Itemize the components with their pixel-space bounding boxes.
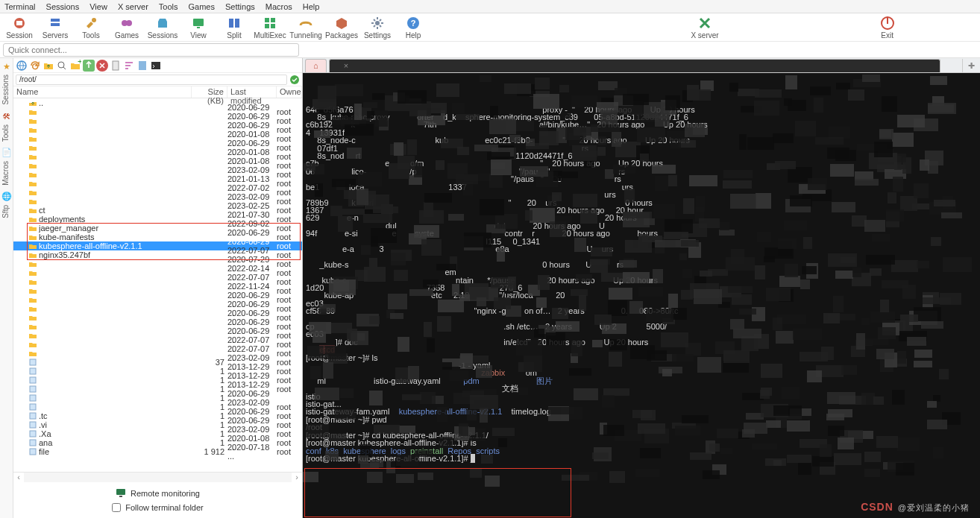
tool-split[interactable]: Split bbox=[218, 16, 251, 40]
file-size: 1 bbox=[192, 376, 227, 385]
file-list[interactable]: ..2020-06-29 ...root2020-06-29 ...root20… bbox=[13, 98, 302, 472]
tool-help[interactable]: ?Help bbox=[397, 16, 430, 40]
tool-tools[interactable]: Tools bbox=[75, 16, 107, 40]
file-row[interactable]: file1 9122020-07-18 ...root bbox=[13, 447, 302, 456]
tool-session[interactable]: Session bbox=[3, 16, 36, 40]
tool-label: Sessions bbox=[148, 31, 178, 40]
new-tab-button[interactable]: ✚ bbox=[962, 59, 980, 72]
col-name[interactable]: Name bbox=[13, 86, 192, 98]
menu-xserver[interactable]: X server bbox=[118, 2, 148, 11]
new-file-icon[interactable] bbox=[110, 60, 122, 72]
terminal-icon[interactable] bbox=[150, 60, 162, 72]
file-owner: root bbox=[277, 268, 302, 277]
tool-view[interactable]: View bbox=[182, 16, 215, 40]
menu-tools[interactable]: Tools bbox=[159, 2, 178, 11]
refresh-icon[interactable] bbox=[29, 60, 41, 72]
file-size: 1 bbox=[192, 367, 227, 376]
folder-icon bbox=[28, 260, 37, 268]
delete-icon[interactable] bbox=[96, 60, 108, 72]
file-owner: root bbox=[277, 313, 302, 322]
follow-terminal-checkbox[interactable] bbox=[112, 503, 121, 512]
file-owner: root bbox=[277, 107, 302, 116]
menu-sessions[interactable]: Sessions bbox=[46, 2, 80, 11]
terminal[interactable]: 64c d5f6a76 proxy -_" 20 hours ago Up 20… bbox=[303, 73, 980, 518]
macros-tab[interactable]: 📄Macros bbox=[1, 148, 12, 186]
file-name: nginx35.247bf bbox=[39, 250, 192, 259]
file-owner: root bbox=[277, 134, 302, 143]
svg-rect-19 bbox=[887, 18, 888, 24]
file-owner: root bbox=[277, 215, 302, 224]
folder-icon bbox=[28, 350, 37, 357]
tool-packages[interactable]: Packages bbox=[325, 16, 358, 40]
tool-tunneling[interactable]: Tunneling bbox=[289, 16, 322, 40]
upload-icon[interactable] bbox=[83, 60, 95, 72]
file-owner: root bbox=[277, 402, 302, 411]
properties-icon[interactable] bbox=[136, 60, 148, 72]
tool-label: MultiExec bbox=[254, 31, 286, 40]
file-owner: root bbox=[277, 250, 302, 259]
follow-terminal-label: Follow terminal folder bbox=[125, 503, 204, 512]
hscrollbar[interactable]: ‹› bbox=[13, 472, 302, 482]
folder-icon bbox=[28, 287, 37, 294]
tool-xserver[interactable]: X server bbox=[615, 16, 795, 40]
col-owner[interactable]: Owne bbox=[277, 86, 302, 98]
new-folder-icon[interactable]: + bbox=[69, 60, 81, 72]
right-pane: ⌂ × ✚ 64c d5f6a76 proxy -_" 20 hours ago… bbox=[303, 58, 980, 518]
folder-icon bbox=[28, 215, 37, 223]
tool-settings[interactable]: Settings bbox=[361, 16, 394, 40]
folder-icon bbox=[28, 269, 37, 277]
file-name: kubesphere-all-offline-v2.1.1 bbox=[39, 241, 192, 250]
tool-exit[interactable]: Exit bbox=[797, 16, 977, 40]
file-size: 1 bbox=[192, 420, 227, 429]
sort-icon[interactable] bbox=[123, 60, 135, 72]
remote-monitoring-label[interactable]: Remote monitoring bbox=[131, 489, 200, 498]
folder-up-icon[interactable] bbox=[43, 60, 54, 72]
file-modified: 2020-07-18 ... bbox=[227, 443, 277, 461]
svg-rect-42 bbox=[119, 496, 122, 497]
tool-label: Servers bbox=[43, 31, 68, 40]
file-icon bbox=[28, 448, 37, 455]
file-name: .. bbox=[39, 98, 192, 107]
help-icon: ? bbox=[406, 16, 421, 31]
menu-macros[interactable]: Macros bbox=[266, 2, 292, 11]
menu-help[interactable]: Help bbox=[303, 2, 320, 11]
tool-label: Session bbox=[6, 31, 33, 40]
file-owner: root bbox=[277, 286, 302, 295]
sessions-icon bbox=[155, 16, 170, 31]
globe-icon[interactable] bbox=[16, 60, 28, 72]
file-header[interactable]: Name Size (KB) Last modified Owne bbox=[13, 86, 302, 98]
macros-tab-icon: 📄 bbox=[1, 148, 12, 158]
file-owner: root bbox=[277, 241, 302, 250]
file-size: 1 bbox=[192, 429, 227, 438]
tool-games[interactable]: Games bbox=[110, 16, 143, 40]
file-icon bbox=[28, 403, 37, 411]
tool-servers[interactable]: Servers bbox=[39, 16, 72, 40]
tool-sessions[interactable]: Sessions bbox=[146, 16, 179, 40]
col-modified[interactable]: Last modified bbox=[227, 86, 277, 98]
home-tab[interactable]: ⌂ bbox=[305, 59, 327, 72]
file-owner: root bbox=[277, 367, 302, 376]
svg-rect-40 bbox=[30, 449, 36, 455]
tools-tab[interactable]: 🛠Tools bbox=[1, 111, 12, 142]
sessions-tab[interactable]: ★Sessions bbox=[1, 61, 12, 105]
file-size: 1 bbox=[192, 411, 227, 420]
tool-multiexec[interactable]: MultiExec bbox=[254, 16, 286, 40]
file-owner: root bbox=[277, 304, 302, 313]
main-area: ★Sessions🛠Tools📄Macros🌐Sftp + Name Size … bbox=[0, 58, 980, 518]
quick-connect-input[interactable] bbox=[3, 43, 299, 57]
svg-rect-27 bbox=[139, 61, 146, 70]
menu-settings[interactable]: Settings bbox=[225, 2, 255, 11]
folder-icon bbox=[28, 135, 37, 142]
menu-view[interactable]: View bbox=[89, 2, 107, 11]
menu-games[interactable]: Games bbox=[189, 2, 215, 11]
path-input[interactable] bbox=[16, 75, 287, 85]
tool-label: Packages bbox=[325, 31, 358, 40]
menu-terminal[interactable]: Terminal bbox=[4, 2, 36, 11]
close-tab-icon[interactable]: × bbox=[344, 61, 348, 70]
search-icon[interactable] bbox=[56, 60, 68, 72]
sftp-panel: + Name Size (KB) Last modified Owne ..20… bbox=[13, 58, 303, 518]
col-size[interactable]: Size (KB) bbox=[192, 86, 227, 98]
session-tab[interactable]: × bbox=[329, 59, 940, 72]
file-owner: root bbox=[277, 206, 302, 215]
sftp-tab[interactable]: 🌐Sftp bbox=[1, 192, 12, 218]
